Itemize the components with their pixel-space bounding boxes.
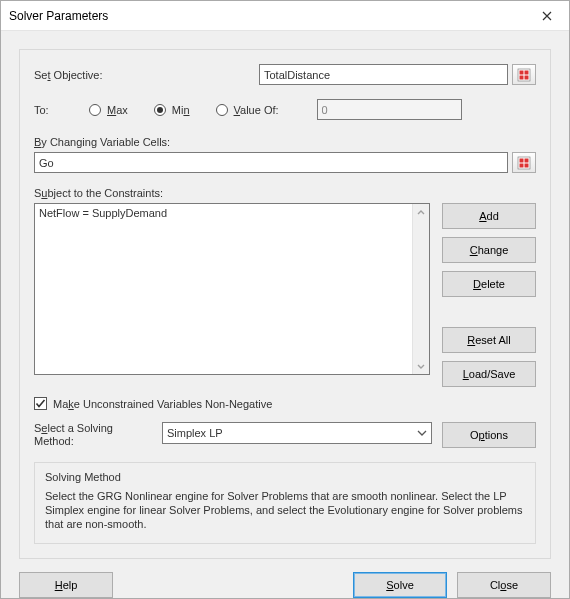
- svg-rect-3: [520, 75, 524, 79]
- set-objective-label: Set Objective:: [34, 69, 259, 81]
- radio-max[interactable]: Max: [89, 104, 128, 116]
- svg-rect-7: [525, 158, 529, 162]
- select-method-label: Select a Solving Method:: [34, 422, 152, 448]
- load-save-button[interactable]: Load/Save: [442, 361, 536, 387]
- svg-rect-1: [520, 70, 524, 74]
- titlebar: Solver Parameters: [1, 1, 569, 31]
- constraints-listbox[interactable]: NetFlow = SupplyDemand: [34, 203, 430, 375]
- method-row: Select a Solving Method: Simplex LP Opti…: [34, 422, 536, 448]
- objective-row: Set Objective:: [34, 64, 536, 85]
- chevron-down-icon: [413, 423, 431, 443]
- constraints-area: NetFlow = SupplyDemand Add: [34, 203, 536, 387]
- method-combobox[interactable]: Simplex LP: [162, 422, 432, 444]
- subject-to-label: Subject to the Constraints:: [34, 187, 536, 199]
- reset-all-button[interactable]: Reset All: [442, 327, 536, 353]
- svg-rect-2: [525, 70, 529, 74]
- radio-value-of[interactable]: Value Of:: [216, 104, 279, 116]
- radio-icon: [216, 104, 228, 116]
- close-icon[interactable]: [524, 1, 569, 30]
- dialog-body: Set Objective: To: Max: [1, 31, 569, 571]
- scroll-up-icon[interactable]: [413, 204, 430, 221]
- bychanging-range-picker-icon[interactable]: [512, 152, 536, 173]
- method-value: Simplex LP: [167, 427, 223, 439]
- to-row: To: Max Min Value Of:: [34, 99, 536, 120]
- solving-method-description: Solving Method Select the GRG Nonlinear …: [34, 462, 536, 544]
- radio-icon: [154, 104, 166, 116]
- delete-button[interactable]: Delete: [442, 271, 536, 297]
- description-header: Solving Method: [45, 471, 525, 483]
- svg-rect-4: [525, 75, 529, 79]
- objective-input[interactable]: [259, 64, 508, 85]
- unconstrained-label: Make Unconstrained Variables Non-Negativ…: [53, 398, 272, 410]
- scroll-down-icon[interactable]: [413, 357, 430, 374]
- window-title: Solver Parameters: [9, 9, 108, 23]
- options-button[interactable]: Options: [442, 422, 536, 448]
- footer: Help Solve Close: [1, 571, 569, 598]
- checkbox-icon: [34, 397, 47, 410]
- constraint-buttons: Add Change Delete Reset All Load/Save: [442, 203, 536, 387]
- radio-icon: [89, 104, 101, 116]
- svg-rect-9: [525, 163, 529, 167]
- radio-min[interactable]: Min: [154, 104, 190, 116]
- help-button[interactable]: Help: [19, 572, 113, 598]
- solve-button[interactable]: Solve: [353, 572, 447, 598]
- to-label: To:: [34, 104, 89, 116]
- by-changing-label: By Changing Variable Cells:: [34, 136, 536, 148]
- solver-parameters-dialog: Solver Parameters Set Objective:: [0, 0, 570, 599]
- close-button[interactable]: Close: [457, 572, 551, 598]
- value-of-input: [317, 99, 462, 120]
- change-button[interactable]: Change: [442, 237, 536, 263]
- description-text: Select the GRG Nonlinear engine for Solv…: [45, 489, 525, 531]
- scrollbar[interactable]: [412, 204, 429, 374]
- svg-rect-6: [520, 158, 524, 162]
- unconstrained-checkbox-row[interactable]: Make Unconstrained Variables Non-Negativ…: [34, 397, 536, 410]
- svg-rect-8: [520, 163, 524, 167]
- objective-range-picker-icon[interactable]: [512, 64, 536, 85]
- add-button[interactable]: Add: [442, 203, 536, 229]
- by-changing-input[interactable]: [34, 152, 508, 173]
- main-panel: Set Objective: To: Max: [19, 49, 551, 559]
- by-changing-row: [34, 152, 536, 173]
- list-item[interactable]: NetFlow = SupplyDemand: [37, 207, 427, 219]
